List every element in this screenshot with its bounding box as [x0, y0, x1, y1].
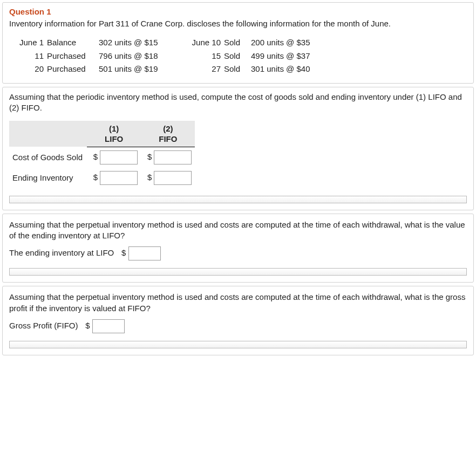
col-header-lifo: (1)LIFO	[87, 121, 141, 147]
part3-answer-row: Gross Profit (FIFO) $	[9, 319, 467, 333]
col-header-fifo: (2)FIFO	[141, 121, 195, 147]
tx-type-right: Sold	[224, 37, 251, 49]
tx-type-right: Sold	[224, 50, 251, 63]
cell-endinv-lifo: $	[87, 168, 141, 188]
transaction-row: 11 Purchased 796 units @ $18 15 Sold 499…	[9, 50, 467, 63]
tx-date-right: June 10	[180, 37, 224, 49]
tx-date-left: 11	[9, 50, 47, 63]
dollar-sign: $	[144, 152, 152, 161]
tx-type-left: Balance	[47, 37, 99, 49]
transaction-row: 20 Purchased 501 units @ $19 27 Sold 301…	[9, 63, 467, 76]
tx-value-left: 796 units @ $18	[99, 50, 180, 63]
part2-label: The ending inventory at LIFO	[9, 248, 114, 257]
transactions-block: June 1 Balance 302 units @ $15 June 10 S…	[9, 37, 467, 76]
tx-type-right: Sold	[224, 63, 251, 76]
dollar-sign: $	[90, 173, 98, 182]
tx-date-right: 15	[180, 50, 224, 63]
question-intro: Inventory information for Part 311 of Cr…	[9, 18, 467, 29]
part2-panel: Assuming that the perpetual inventory me…	[2, 214, 474, 283]
tx-value-right: 499 units @ $37	[251, 50, 343, 63]
part3-label: Gross Profit (FIFO)	[9, 321, 78, 330]
tx-value-right: 200 units @ $35	[251, 37, 343, 49]
lifo-fifo-table: (1)LIFO (2)FIFO Cost of Goods Sold $ $ E…	[9, 121, 195, 188]
part3-instructions: Assuming that the perpetual inventory me…	[9, 292, 467, 314]
input-endinv-perpetual-lifo[interactable]	[128, 246, 161, 260]
input-gross-profit-fifo[interactable]	[92, 319, 125, 333]
dollar-sign: $	[118, 248, 126, 257]
tx-date-right: 27	[180, 63, 224, 76]
input-endinv-fifo[interactable]	[154, 171, 192, 185]
part3-panel: Assuming that the perpetual inventory me…	[2, 286, 474, 355]
tx-date-left: 20	[9, 63, 47, 76]
tx-type-left: Purchased	[47, 50, 99, 63]
table-corner	[9, 121, 87, 147]
section-bar	[9, 268, 467, 276]
input-cogs-fifo[interactable]	[154, 150, 192, 164]
part2-instructions: Assuming that the perpetual inventory me…	[9, 219, 467, 242]
cell-endinv-fifo: $	[141, 168, 195, 188]
tx-value-left: 501 units @ $19	[99, 63, 180, 76]
dollar-sign: $	[90, 152, 98, 161]
input-endinv-lifo[interactable]	[100, 171, 138, 185]
tx-date-left: June 1	[9, 37, 47, 49]
transaction-row: June 1 Balance 302 units @ $15 June 10 S…	[9, 37, 467, 49]
part2-answer-row: The ending inventory at LIFO $	[9, 246, 467, 260]
tx-value-left: 302 units @ $15	[99, 37, 180, 49]
part1-panel: Assuming that the periodic inventory met…	[2, 87, 474, 210]
tx-type-left: Purchased	[47, 63, 99, 76]
cell-cogs-lifo: $	[87, 147, 141, 168]
section-bar	[9, 196, 467, 203]
tx-value-right: 301 units @ $40	[251, 63, 343, 76]
cell-cogs-fifo: $	[141, 147, 195, 168]
part1-instructions: Assuming that the periodic inventory met…	[9, 92, 467, 114]
input-cogs-lifo[interactable]	[100, 150, 138, 164]
dollar-sign: $	[83, 321, 90, 330]
question-title: Question 1	[9, 7, 467, 16]
dollar-sign: $	[144, 173, 152, 182]
row-endinv-label: Ending Inventory	[9, 168, 87, 188]
section-bar	[9, 341, 467, 348]
question-panel: Question 1 Inventory information for Par…	[2, 2, 474, 84]
row-cogs-label: Cost of Goods Sold	[9, 147, 87, 168]
